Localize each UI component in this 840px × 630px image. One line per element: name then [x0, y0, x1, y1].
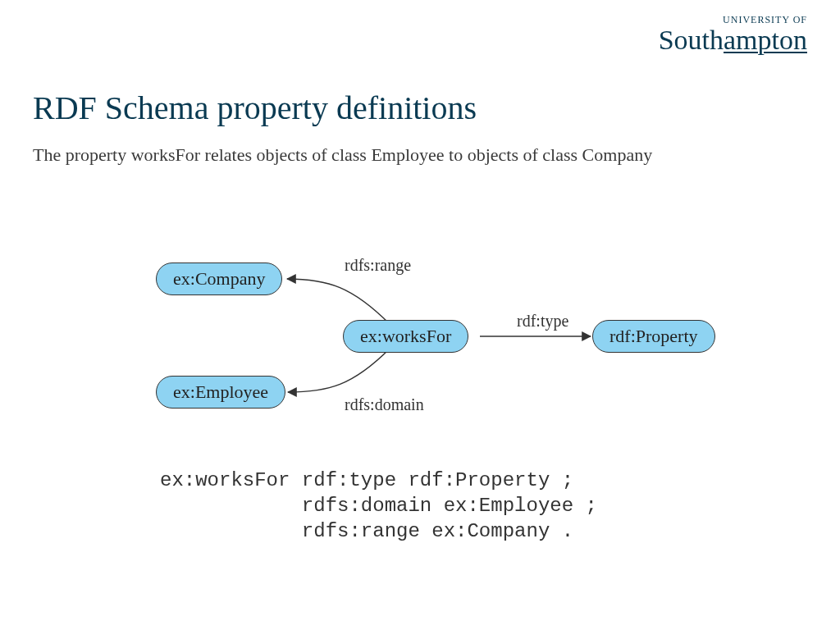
rdf-diagram: ex:Company ex:Employee ex:worksFor rdf:P… [0, 238, 840, 435]
logo-main-text: Southampton [659, 26, 807, 54]
turtle-code-block: ex:worksFor rdf:type rdf:Property ; rdfs… [160, 468, 597, 545]
node-property: rdf:Property [592, 320, 715, 353]
university-logo: UNIVERSITY OF Southampton [659, 15, 807, 54]
edge-label-domain: rdfs:domain [345, 395, 424, 414]
logo-top-text: UNIVERSITY OF [659, 15, 807, 25]
node-employee: ex:Employee [156, 376, 285, 409]
page-title: RDF Schema property definitions [33, 89, 477, 127]
edge-label-range: rdfs:range [345, 256, 411, 275]
node-company: ex:Company [156, 262, 282, 295]
node-worksfor: ex:worksFor [343, 320, 468, 353]
page-subtitle: The property worksFor relates objects of… [33, 144, 791, 167]
edge-label-type: rdf:type [517, 312, 568, 331]
slide: UNIVERSITY OF Southampton RDF Schema pro… [0, 0, 840, 630]
